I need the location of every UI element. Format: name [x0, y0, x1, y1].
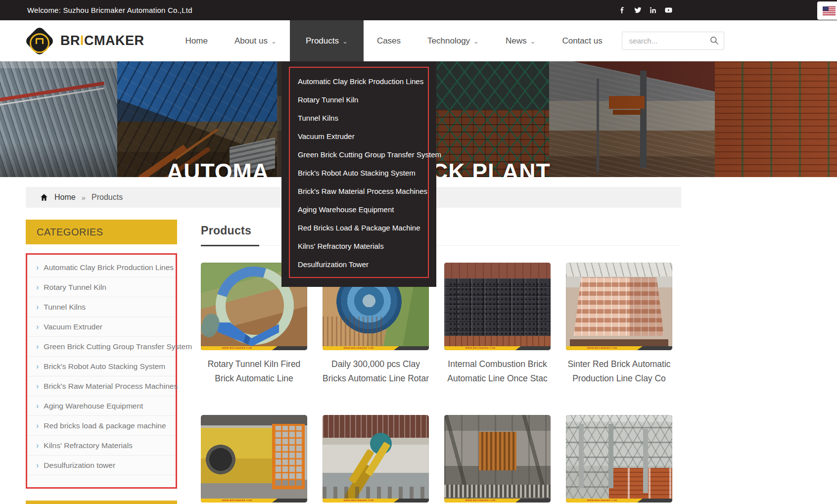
product-title[interactable]: Rotary Tunnel Kiln FiredBrick Automatic … — [201, 357, 307, 386]
chevron-right-icon: › — [36, 402, 39, 410]
nav-news[interactable]: News⌄ — [492, 20, 549, 61]
search-input[interactable] — [622, 32, 724, 50]
dropdown-item[interactable]: Green Brick Cutting Group Transfer Syste… — [290, 145, 428, 164]
image-watermark: WWW.BRICMAKER.COM — [444, 499, 551, 503]
breadcrumb-home[interactable]: Home — [54, 193, 76, 202]
sidebar-item-rotary-tunnel-kiln[interactable]: ›Rotary Tunnel Kiln — [27, 277, 176, 297]
youtube-icon[interactable] — [664, 6, 673, 14]
chevron-down-icon: ⌄ — [271, 38, 277, 45]
chevron-right-icon: › — [36, 442, 39, 450]
product-title[interactable]: Daily 300,000 pcs ClayBricks Automatic L… — [323, 357, 429, 386]
page: Welcome: Suzhou Bricmaker Automation Co.… — [0, 0, 837, 504]
product-image[interactable]: WWW.BRICMAKER.COM — [323, 415, 429, 503]
product-card-warehouse-bricks[interactable]: WWW.BRICMAKER.COM — [566, 415, 672, 503]
dropdown-item[interactable]: Brick's Raw Material Process Machines — [290, 182, 428, 200]
sidebar: CATEGORIES ›Automatic Clay Brick Product… — [26, 208, 177, 504]
breadcrumb-separator: » — [82, 193, 86, 202]
search-box — [622, 32, 724, 50]
image-watermark: WWW.BRICMAKER.COM — [201, 346, 307, 350]
product-card-sinter-red-brick[interactable]: WWW.BRICMAKER.COM Sinter Red Brick Autom… — [566, 263, 672, 415]
chevron-down-icon: ⌄ — [473, 38, 479, 45]
product-title[interactable]: Sinter Red Brick AutomaticProduction Lin… — [566, 357, 672, 386]
categories-header: CATEGORIES — [26, 220, 177, 244]
dropdown-item[interactable]: Kilns' Refractory Materials — [290, 237, 428, 255]
top-bar: Welcome: Suzhou Bricmaker Automation Co.… — [0, 0, 837, 20]
categories-list-highlight: ›Automatic Clay Brick Production Lines ›… — [26, 253, 177, 489]
sidebar-item-bricks-raw-material-process-machines[interactable]: ›Brick's Raw Material Process Machines — [27, 376, 176, 396]
chevron-right-icon: › — [36, 461, 39, 469]
chevron-right-icon: › — [36, 323, 39, 331]
product-image[interactable]: WWW.BRICMAKER.COM — [566, 263, 672, 350]
dropdown-item[interactable]: Tunnel Kilns — [290, 109, 428, 127]
nav-about-us[interactable]: About us⌄ — [221, 20, 290, 61]
image-watermark: WWW.BRICMAKER.COM — [201, 499, 307, 503]
nav-contact-us[interactable]: Contact us — [549, 20, 615, 61]
products-title-row: Products — [201, 224, 681, 246]
logo-diamond-icon — [25, 25, 54, 57]
sidebar-item-kilns-refractory-materials[interactable]: ›Kilns' Refractory Materials — [27, 436, 176, 456]
nav-products[interactable]: Products⌄ Automatic Clay Brick Productio… — [290, 20, 364, 61]
sidebar-item-desulfurization-tower[interactable]: ›Desulfurization tower — [27, 456, 176, 475]
facebook-icon[interactable] — [618, 6, 627, 14]
home-icon[interactable] — [40, 193, 48, 202]
site-header: BRICMAKER Home About us⌄ Products⌄ Autom… — [0, 20, 837, 61]
dropdown-item[interactable]: Aging Warehouse Equipment — [290, 200, 428, 219]
chevron-right-icon: › — [36, 382, 39, 390]
product-image[interactable]: WWW.BRICMAKER.COM — [444, 415, 551, 503]
us-flag-icon — [823, 6, 836, 15]
chevron-down-icon: ⌄ — [530, 38, 536, 45]
image-watermark: WWW.BRICMAKER.COM — [323, 499, 429, 503]
linkedin-icon[interactable] — [649, 6, 657, 14]
product-card-brick-rack-machine[interactable]: WWW.BRICMAKER.COM — [444, 415, 551, 503]
banner-headline-left: AUTOMA — [167, 158, 269, 177]
twitter-icon[interactable] — [634, 6, 642, 14]
sidebar-item-automatic-clay-brick-production-lines[interactable]: ›Automatic Clay Brick Production Lines — [27, 258, 176, 277]
product-grid: WWW.BRICMAKER.COM Rotary Tunnel Kiln Fir… — [201, 263, 681, 503]
chevron-right-icon: › — [36, 283, 39, 291]
welcome-text: Welcome: Suzhou Bricmaker Automation Co.… — [27, 6, 192, 14]
product-card-robot-arm-stacking[interactable]: WWW.BRICMAKER.COM — [323, 415, 429, 503]
image-watermark: WWW.BRICMAKER.COM — [566, 346, 672, 350]
chevron-right-icon: › — [36, 343, 39, 351]
search-icon[interactable] — [709, 36, 719, 46]
product-image[interactable]: WWW.BRICMAKER.COM — [444, 263, 551, 350]
chevron-right-icon: › — [36, 422, 39, 430]
main-area: Products WWW.BRICMAKER.COM Rotary Tunnel… — [201, 208, 681, 503]
sidebar-item-tunnel-kilns[interactable]: ›Tunnel Kilns — [27, 297, 176, 317]
image-watermark: WWW.BRICMAKER.COM — [566, 499, 672, 503]
dropdown-item[interactable]: Desulfurization Tower — [290, 255, 428, 274]
product-card-internal-combustion-brick[interactable]: WWW.BRICMAKER.COM Internal Combustion Br… — [444, 263, 551, 415]
dropdown-item[interactable]: Rotary Tunnel Kiln — [290, 91, 428, 109]
breadcrumb-products[interactable]: Products — [92, 193, 123, 202]
chevron-down-icon: ⌄ — [342, 38, 348, 45]
products-dropdown: Automatic Clay Brick Production Lines Ro… — [281, 61, 436, 287]
product-card-vacuum-extruder-machine[interactable]: WWW.BRICMAKER.COM — [201, 415, 307, 503]
nav-home[interactable]: Home — [172, 20, 221, 61]
dropdown-item[interactable]: Brick's Robot Auto Stacking System — [290, 164, 428, 182]
nav-cases[interactable]: Cases — [364, 20, 414, 61]
product-image[interactable]: WWW.BRICMAKER.COM — [201, 415, 307, 503]
sidebar-next-section-header — [26, 501, 177, 504]
products-dropdown-highlight: Automatic Clay Brick Production Lines Ro… — [289, 67, 429, 278]
chevron-right-icon: › — [36, 303, 39, 311]
image-watermark: WWW.BRICMAKER.COM — [323, 346, 429, 350]
sidebar-item-green-brick-cutting-group-transfer-system[interactable]: ›Green Brick Cutting Group Transfer Syst… — [27, 337, 176, 357]
chevron-right-icon: › — [36, 264, 39, 272]
dropdown-item[interactable]: Red Bricks Load & Package Machine — [290, 219, 428, 237]
product-title[interactable]: Internal Combustion BrickAutomatic Line … — [444, 357, 551, 386]
product-image[interactable]: WWW.BRICMAKER.COM — [566, 415, 672, 503]
social-links — [618, 0, 673, 20]
dropdown-item[interactable]: Automatic Clay Brick Production Lines — [290, 72, 428, 91]
image-watermark: WWW.BRICMAKER.COM — [444, 346, 551, 350]
sidebar-item-bricks-robot-auto-stacking-system[interactable]: ›Brick's Robot Auto Stacking System — [27, 357, 176, 376]
main-nav: Home About us⌄ Products⌄ Automatic Clay … — [172, 20, 616, 61]
nav-technology[interactable]: Technology⌄ — [414, 20, 492, 61]
chevron-right-icon: › — [36, 363, 39, 370]
sidebar-item-red-bricks-load-package-machine[interactable]: ›Red bricks load & package machine — [27, 416, 176, 436]
dropdown-item[interactable]: Vacuum Extruder — [290, 127, 428, 145]
sidebar-item-vacuum-extruder[interactable]: ›Vacuum Extruder — [27, 317, 176, 337]
logo[interactable]: BRICMAKER — [25, 25, 144, 57]
language-selector[interactable] — [817, 1, 837, 20]
sidebar-item-aging-warehouse-equipment[interactable]: ›Aging Warehouse Equipment — [27, 396, 176, 416]
banner-headline-right: CK PLANT — [431, 158, 551, 177]
